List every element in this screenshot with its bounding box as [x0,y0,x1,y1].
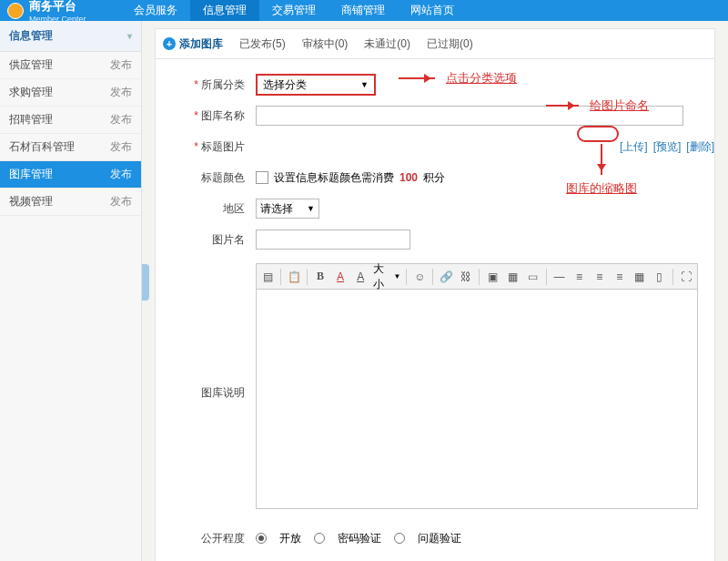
bgcolor-icon[interactable]: A [353,269,368,285]
logo-icon [7,3,24,19]
sidebar-item-video[interactable]: 视频管理发布 [0,189,141,216]
logo: 商务平台 Member Center [0,0,94,24]
image-name-input[interactable] [256,230,410,250]
annotation-arrow [399,77,435,79]
label-category: 所属分类 [201,78,245,91]
nav-tabs: 会员服务 信息管理 交易管理 商铺管理 网站首页 [121,0,467,21]
link-icon[interactable]: 🔗 [439,269,453,285]
aright-icon[interactable]: ≡ [612,269,627,285]
tab-trade[interactable]: 交易管理 [259,0,329,21]
editor-canvas[interactable] [257,290,697,508]
tab-info[interactable]: 信息管理 [190,0,259,21]
site-subtitle: Member Center [29,15,86,24]
tab-member[interactable]: 会员服务 [121,0,190,21]
hr-icon[interactable]: — [552,269,567,285]
color-hint-post: 积分 [423,170,445,186]
sidebar-header[interactable]: 信息管理 ▾ [0,21,141,52]
label-title-color: 标题颜色 [201,171,245,184]
label-visibility: 公开程度 [201,532,245,545]
name-input[interactable] [256,106,683,126]
radio-question[interactable] [394,533,405,544]
label-description: 图库说明 [201,386,245,399]
unlink-icon[interactable]: ⛓ [459,269,473,285]
region-select[interactable]: 请选择▼ [256,199,319,219]
annotation-arrow [546,105,579,107]
color-swatch[interactable] [256,171,268,184]
delete-link[interactable]: [删除] [686,139,714,155]
plus-icon: + [163,37,176,50]
rich-editor: ▤ 📋 B A A 大小▼ ☺ 🔗 ⛓ [256,263,698,509]
points-value: 100 [399,171,418,184]
image-icon[interactable]: ▣ [485,269,500,285]
fontsize-select[interactable]: 大小▼ [373,261,400,292]
dropdown-icon: ▼ [307,204,315,213]
label-image-name: 图片名 [212,233,245,246]
label-region: 地区 [223,202,245,215]
upload-link[interactable]: [上传] [620,139,648,155]
fullscreen-icon[interactable]: ⛶ [679,269,693,285]
bold-icon[interactable]: B [313,269,328,285]
annotation-circle [577,126,619,142]
subtabs: +添加图库 已发布(5) 审核中(0) 未通过(0) 已过期(0) [155,28,715,59]
attach-icon[interactable]: ▭ [526,269,541,285]
emoji-icon[interactable]: ☺ [412,269,427,285]
sidebar-item-recruit[interactable]: 招聘管理发布 [0,107,141,134]
fontcolor-icon[interactable]: A [333,269,348,285]
category-select[interactable]: 选择分类▼ [256,74,376,96]
more-icon[interactable]: ▯ [652,269,667,285]
preview-link[interactable]: [预览] [653,139,682,155]
dropdown-icon: ▼ [360,80,369,89]
content: +添加图库 已发布(5) 审核中(0) 未通过(0) 已过期(0) *所属分类 … [142,21,728,561]
top-bar: 商务平台 Member Center 会员服务 信息管理 交易管理 商铺管理 网… [0,0,728,21]
color-hint-pre: 设置信息标题颜色需消费 [274,170,394,186]
subtab-review[interactable]: 审核中(0) [302,36,349,52]
radio-password[interactable] [314,533,325,544]
tab-home[interactable]: 网站首页 [398,0,467,21]
media-icon[interactable]: ▦ [505,269,520,285]
site-title: 商务平台 [29,0,86,15]
sidebar-item-encyclopedia[interactable]: 石材百科管理发布 [0,134,141,161]
sidebar-toggle[interactable] [142,264,149,301]
code-icon[interactable]: ▦ [632,269,647,285]
editor-toolbar: ▤ 📋 B A A 大小▼ ☺ 🔗 ⛓ [257,264,697,290]
form: *所属分类 选择分类▼ *图库名称 *标题图片 [上传] [预览] [删除] 标… [155,59,715,561]
paste-icon[interactable]: 📋 [287,269,301,285]
sidebar-item-gallery[interactable]: 图库管理发布 [0,161,141,189]
source-icon[interactable]: ▤ [260,269,275,285]
sidebar-title: 信息管理 [9,28,53,44]
label-name: 图库名称 [201,109,245,122]
subtab-add[interactable]: +添加图库 [163,36,223,52]
radio-open[interactable] [256,533,267,544]
sidebar-item-purchase[interactable]: 求购管理发布 [0,79,141,107]
subtab-rejected[interactable]: 未通过(0) [364,36,410,52]
label-title-image: 标题图片 [201,140,245,153]
chevron-down-icon: ▾ [127,31,132,41]
subtab-expired[interactable]: 已过期(0) [427,36,473,52]
acenter-icon[interactable]: ≡ [592,269,607,285]
annotation-arrow [601,144,602,175]
sidebar: 信息管理 ▾ 供应管理发布 求购管理发布 招聘管理发布 石材百科管理发布 图库管… [0,21,142,561]
sidebar-item-supply[interactable]: 供应管理发布 [0,52,141,79]
aleft-icon[interactable]: ≡ [572,269,587,285]
subtab-published[interactable]: 已发布(5) [239,36,286,52]
tab-shop[interactable]: 商铺管理 [329,0,398,21]
